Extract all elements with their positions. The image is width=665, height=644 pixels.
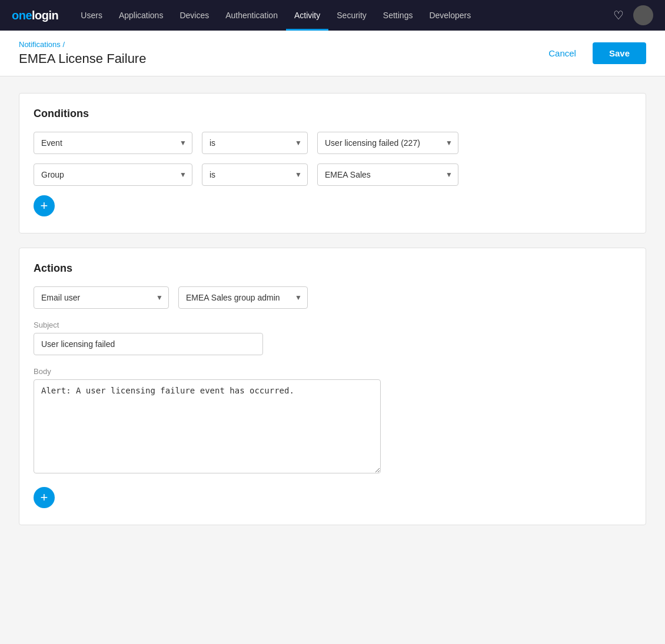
header-actions: Cancel Save [539,42,646,64]
add-condition-button[interactable]: + [34,195,55,216]
actions-title: Actions [34,262,631,275]
user-avatar[interactable] [633,5,653,25]
condition-value-2-wrapper: EMEA Sales APAC Sales US Sales ▼ [317,163,458,186]
subject-group: Subject [34,321,631,355]
condition-value-1-wrapper: User licensing failed (227) Login failed… [317,132,458,154]
action-type-select[interactable]: Email user Send webhook Notify Slack [34,286,169,309]
page-header: Notifications / EMEA License Failure Can… [0,31,665,76]
brand-part2: login [32,9,58,22]
cancel-button[interactable]: Cancel [539,44,586,63]
breadcrumb[interactable]: Notifications / [19,40,146,49]
condition-field-1-wrapper: Event Group User Role ▼ [34,132,192,154]
action-row-1: Email user Send webhook Notify Slack ▼ E… [34,286,631,309]
subject-input[interactable] [34,333,263,355]
nav-users[interactable]: Users [72,0,111,31]
page-title: EMEA License Failure [19,51,146,66]
condition-value-1-select[interactable]: User licensing failed (227) Login failed… [317,132,458,154]
nav-activity[interactable]: Activity [286,0,328,31]
condition-row-1: Event Group User Role ▼ is is not ▼ User… [34,132,631,154]
plus-icon: + [41,198,48,213]
brand-logo[interactable]: onelogin [12,9,58,22]
subject-label: Subject [34,321,631,329]
conditions-section: Conditions Event Group User Role ▼ is is… [19,93,646,233]
save-button[interactable]: Save [593,42,646,64]
brand-part1: one [12,9,32,22]
bell-icon[interactable]: ♡ [613,8,624,22]
body-label: Body [34,367,631,376]
condition-field-2-wrapper: Group Event User Role ▼ [34,163,192,186]
add-action-button[interactable]: + [34,487,55,508]
nav-applications[interactable]: Applications [111,0,172,31]
condition-value-2-select[interactable]: EMEA Sales APAC Sales US Sales [317,163,458,186]
condition-row-2: Group Event User Role ▼ is is not ▼ EMEA… [34,163,631,186]
plus-icon: + [41,490,48,505]
action-target-select[interactable]: EMEA Sales group admin All group admins … [178,286,308,309]
action-target-wrapper: EMEA Sales group admin All group admins … [178,286,308,309]
condition-field-1-select[interactable]: Event Group User Role [34,132,192,154]
action-type-wrapper: Email user Send webhook Notify Slack ▼ [34,286,169,309]
actions-section: Actions Email user Send webhook Notify S… [19,248,646,525]
nav-authentication[interactable]: Authentication [217,0,286,31]
condition-operator-2-wrapper: is is not ▼ [202,163,308,186]
condition-field-2-select[interactable]: Group Event User Role [34,163,192,186]
body-group: Body Alert: A user licensing failure eve… [34,367,631,475]
nav-developers[interactable]: Developers [421,0,479,31]
navbar: onelogin Users Applications Devices Auth… [0,0,665,31]
conditions-title: Conditions [34,108,631,120]
nav-devices[interactable]: Devices [171,0,217,31]
nav-right: ♡ [613,5,653,25]
body-textarea[interactable]: Alert: A user licensing failure event ha… [34,379,381,473]
breadcrumb-title: Notifications / EMEA License Failure [19,40,146,66]
condition-operator-1-select[interactable]: is is not [202,132,308,154]
nav-security[interactable]: Security [328,0,375,31]
nav-links: Users Applications Devices Authenticatio… [72,0,613,31]
condition-operator-1-wrapper: is is not ▼ [202,132,308,154]
main-content: Conditions Event Group User Role ▼ is is… [0,76,665,556]
condition-operator-2-select[interactable]: is is not [202,163,308,186]
nav-settings[interactable]: Settings [375,0,421,31]
